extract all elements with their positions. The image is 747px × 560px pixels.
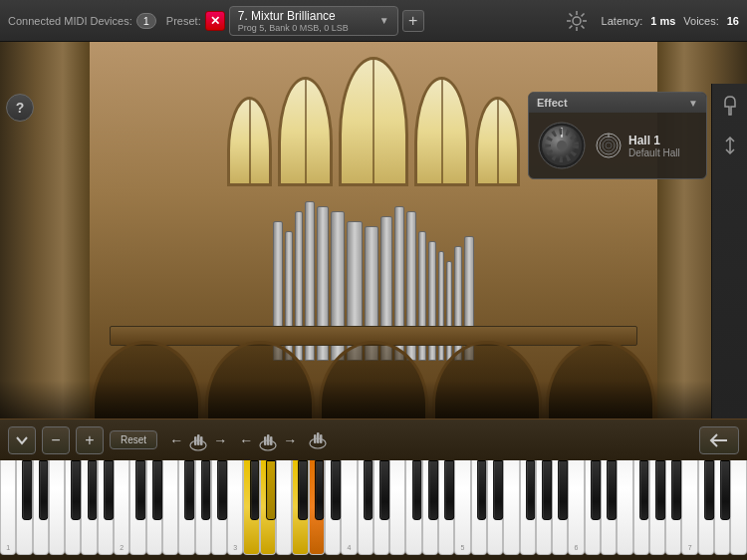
key-f7-wrap (730, 460, 746, 555)
key-gs3[interactable] (315, 460, 325, 520)
key-as2[interactable] (217, 460, 227, 520)
key-f3[interactable] (276, 460, 292, 555)
key-f2[interactable] (162, 460, 178, 555)
key-d7-wrap (698, 460, 714, 555)
latency-voices: Latency: 1 ms Voices: 16 (602, 15, 739, 27)
left-arrow-2[interactable]: ← (239, 432, 253, 448)
svg-rect-29 (314, 434, 317, 443)
settings-button[interactable] (564, 8, 590, 34)
keyboard-back-button[interactable] (699, 426, 739, 454)
key-d5-wrap (471, 460, 487, 555)
key-ds6[interactable] (607, 460, 617, 520)
svg-rect-21 (194, 436, 197, 445)
key-gs5[interactable] (542, 460, 552, 520)
key-f5[interactable] (503, 460, 519, 555)
key-f6-wrap (617, 460, 632, 555)
key-as5[interactable] (558, 460, 568, 520)
key-g2-wrap (178, 460, 194, 555)
key-fs6[interactable] (639, 460, 649, 520)
key-a4-wrap (422, 460, 438, 555)
key-c5[interactable]: 5 (454, 460, 470, 555)
key-ds7[interactable] (720, 460, 730, 520)
key-as6[interactable] (671, 460, 681, 520)
key-as3[interactable] (331, 460, 341, 520)
key-cs6[interactable] (591, 460, 601, 520)
key-cs4[interactable] (364, 460, 374, 520)
key-f5-wrap (503, 460, 519, 555)
reverb-name: Hall 1 (628, 134, 680, 147)
plus-button[interactable]: + (76, 426, 104, 454)
key-e1-wrap (33, 460, 49, 555)
left-arrow-1[interactable]: ← (169, 432, 183, 448)
effect-dropdown-arrow[interactable]: ▼ (688, 98, 698, 109)
key-fs4[interactable] (412, 460, 422, 520)
key-fs3[interactable] (299, 460, 309, 520)
key-gs1[interactable] (88, 460, 98, 520)
key-c2[interactable]: 2 (114, 460, 129, 555)
key-a1-wrap (81, 460, 97, 555)
key-fs5[interactable] (526, 460, 536, 520)
effect-title: Effect (537, 97, 568, 109)
key-c6[interactable]: 6 (568, 460, 584, 555)
key-e4-wrap (374, 460, 389, 555)
key-gs2[interactable] (201, 460, 211, 520)
key-d6-wrap (585, 460, 601, 555)
right-arrow-2[interactable]: → (283, 432, 297, 448)
key-f4[interactable] (389, 460, 405, 555)
svg-line-6 (581, 25, 584, 28)
key-c7-wrap: 7 (681, 460, 697, 555)
key-cs7[interactable] (704, 460, 714, 520)
scroll-down-button[interactable] (8, 426, 36, 454)
key-c1[interactable]: 1 (0, 460, 16, 555)
tuning-fork-button[interactable] (716, 92, 744, 120)
right-arrow-1[interactable]: → (213, 432, 227, 448)
preset-add-button[interactable]: + (402, 10, 424, 32)
effect-body: Hall 1 Default Hall (529, 113, 706, 178)
key-f6[interactable] (617, 460, 632, 555)
main-scene: ? Effect ▼ (0, 42, 747, 420)
tuning-fork-icon (721, 95, 739, 117)
key-ds3[interactable] (266, 460, 276, 520)
key-ds4[interactable] (379, 460, 389, 520)
arch-window-3 (339, 57, 408, 186)
key-c4[interactable]: 4 (341, 460, 357, 555)
key-cs3[interactable] (250, 460, 260, 520)
key-f7[interactable] (730, 460, 746, 555)
reverb-knob-wrap[interactable] (537, 121, 587, 170)
preset-close-button[interactable]: ✕ (205, 11, 225, 31)
vertical-resize-button[interactable] (716, 132, 744, 159)
preset-dropdown[interactable]: 7. Mixtur Brilliance Prog 5, Bank 0 MSB,… (229, 6, 398, 36)
key-cs1[interactable] (22, 460, 32, 520)
resize-icon (722, 136, 738, 155)
key-gs6[interactable] (655, 460, 665, 520)
key-fs1[interactable] (71, 460, 81, 520)
svg-point-11 (557, 140, 567, 150)
key-cs5[interactable] (477, 460, 487, 520)
key-as4[interactable] (444, 460, 454, 520)
reset-button[interactable]: Reset (110, 430, 157, 449)
svg-rect-22 (197, 434, 200, 445)
key-g4-wrap (405, 460, 421, 555)
key-gs4[interactable] (428, 460, 438, 520)
help-button[interactable]: ? (6, 94, 34, 122)
reverb-knob[interactable] (537, 121, 587, 170)
key-c3[interactable]: 3 (227, 460, 243, 555)
key-ds5[interactable] (493, 460, 503, 520)
key-c7[interactable]: 7 (681, 460, 697, 555)
top-bar: Connected MIDI Devices: 1 Preset: ✕ 7. M… (0, 0, 747, 42)
key-ds2[interactable] (152, 460, 162, 520)
back-arrow-icon (709, 432, 729, 448)
key-cs2[interactable] (136, 460, 146, 520)
voices-value: 16 (727, 15, 739, 27)
key-as1[interactable] (104, 460, 114, 520)
key-ds1[interactable] (39, 460, 49, 520)
key-fs2[interactable] (184, 460, 194, 520)
bottom-overlay (0, 381, 747, 420)
key-e3-wrap (260, 460, 276, 555)
key-f1[interactable] (49, 460, 65, 555)
minus-button[interactable]: − (42, 426, 70, 454)
keyboard-toolbar: − + Reset ← → ← → (0, 419, 747, 460)
key-g6-wrap (633, 460, 649, 555)
key-b2-wrap (211, 460, 227, 555)
svg-rect-27 (270, 436, 273, 445)
